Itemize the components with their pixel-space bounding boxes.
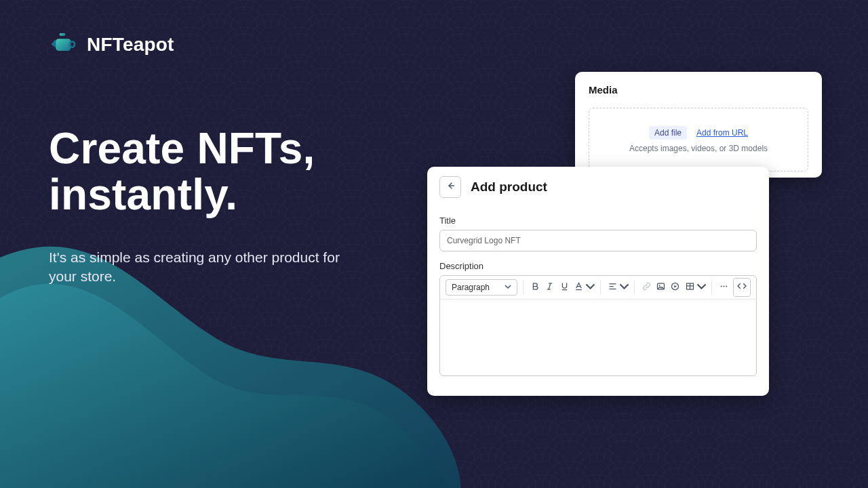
media-dropzone[interactable]: Add file Add from URL Accepts images, vi… (589, 108, 808, 171)
link-button[interactable] (640, 279, 653, 296)
bold-button[interactable] (529, 279, 542, 296)
svg-rect-0 (60, 33, 65, 36)
title-label: Title (439, 216, 757, 226)
table-caret[interactable] (698, 279, 706, 296)
bold-icon (530, 281, 540, 294)
video-icon (670, 281, 680, 294)
caret-down-icon (619, 281, 629, 294)
teapot-icon (47, 28, 77, 61)
back-button[interactable] (439, 176, 461, 198)
svg-point-9 (723, 285, 724, 287)
svg-rect-1 (56, 39, 71, 51)
hero: Create NFTs, instantly. It's as simple a… (49, 126, 340, 286)
align-button[interactable] (606, 279, 619, 296)
image-button[interactable] (654, 279, 667, 296)
media-hint: Accepts images, videos, or 3D models (629, 144, 768, 153)
product-card-title: Add product (471, 180, 547, 195)
text-color-button[interactable] (572, 279, 585, 296)
svg-point-5 (659, 285, 660, 286)
table-button[interactable] (684, 279, 696, 296)
ellipsis-icon (719, 281, 729, 294)
underline-icon (559, 281, 570, 294)
arrow-left-icon (445, 180, 456, 194)
link-icon (642, 281, 652, 294)
add-product-card: Add product Title Description Paragraph (427, 167, 769, 396)
description-editor: Paragraph (439, 275, 757, 376)
text-color-caret[interactable] (587, 279, 595, 296)
editor-toolbar: Paragraph (440, 276, 756, 300)
paragraph-dropdown[interactable]: Paragraph (446, 279, 517, 296)
more-button[interactable] (717, 279, 730, 296)
image-icon (656, 281, 666, 294)
text-color-icon (574, 281, 584, 294)
media-card: Media Add file Add from URL Accepts imag… (575, 72, 822, 178)
svg-point-8 (721, 285, 722, 287)
media-title: Media (589, 84, 808, 96)
italic-button[interactable] (543, 279, 556, 296)
product-card-header: Add product (427, 167, 769, 205)
svg-rect-3 (576, 289, 582, 289)
caret-down-icon (696, 281, 707, 294)
caret-down-icon (585, 281, 595, 294)
add-from-url-link[interactable]: Add from URL (696, 128, 748, 138)
align-caret[interactable] (620, 279, 629, 296)
description-label: Description (439, 261, 757, 271)
italic-icon (545, 281, 555, 294)
brand-logo: NFTeapot (47, 28, 174, 61)
caret-down-icon (505, 283, 511, 292)
code-icon (736, 281, 747, 294)
align-icon (608, 281, 618, 294)
underline-button[interactable] (557, 279, 570, 296)
hero-headline: Create NFTs, instantly. (49, 126, 340, 218)
svg-rect-2 (70, 41, 75, 47)
brand-name: NFTeapot (87, 34, 174, 56)
description-textarea[interactable] (440, 300, 756, 375)
svg-point-10 (726, 285, 727, 287)
hero-subtext: It's as simple as creating any other pro… (49, 248, 340, 287)
title-input[interactable] (439, 230, 757, 251)
code-view-button[interactable] (733, 278, 751, 297)
table-icon (685, 281, 695, 294)
video-button[interactable] (669, 279, 682, 296)
add-file-button[interactable]: Add file (649, 126, 687, 140)
